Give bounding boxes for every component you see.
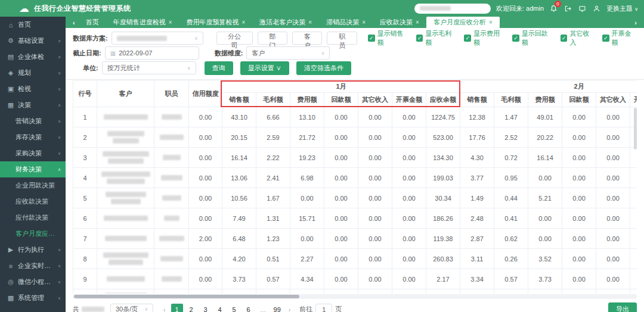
value-cell: 0.00 [528, 229, 562, 249]
chevron-down-icon: ∨ [58, 151, 61, 156]
sidebar-item-微信小程序应用[interactable]: ◎微信小程序应用∨ [0, 274, 66, 290]
sidebar-item-营销决策[interactable]: 营销决策∨ [0, 113, 66, 129]
sidebar-item-财务决策[interactable]: 财务决策∧ [0, 161, 66, 177]
checkbox-显示费用额[interactable]: ✓显示费用额 [464, 29, 505, 47]
sidebar-item-应收款决策[interactable]: 应收款决策 [0, 194, 66, 210]
user-icon[interactable] [592, 4, 601, 13]
sidebar-item-首页[interactable]: ⌂首页 [0, 17, 66, 33]
next-page-icon[interactable]: › [284, 306, 295, 312]
value-cell: 0.00 [562, 127, 596, 148]
col-header-1月-销售额: 销售额 [222, 93, 256, 107]
page-size-select[interactable]: 30条/页 ∨ [110, 304, 153, 312]
row-number-cell: 2 [73, 127, 97, 148]
checkbox-其它收入[interactable]: ✓其它收入 [561, 29, 595, 47]
sidebar-item-采购决策[interactable]: 采购决策∨ [0, 145, 66, 161]
tab-费用年度预算检视[interactable]: 费用年度预算检视× [179, 17, 253, 28]
clear-filters-button[interactable]: 清空筛选条件 [296, 61, 351, 75]
checkbox-显示销售额[interactable]: ✓显示销售额 [368, 29, 409, 47]
tab-年度销售进度检视[interactable]: 年度销售进度检视× [106, 17, 179, 28]
sidebar-item-基础设置[interactable]: ⚙基础设置∨ [0, 33, 66, 49]
sidebar-item-客户月度应收分析[interactable]: 客户月度应收分析 [0, 226, 66, 242]
tab-首页[interactable]: 首页 [79, 17, 106, 28]
scope-button-客户[interactable]: 客户 [292, 32, 322, 45]
tabs-scroll-right-icon[interactable]: › [631, 19, 640, 26]
page-number-2[interactable]: 2 [185, 304, 197, 312]
vertical-scrollbar[interactable] [634, 108, 637, 149]
value-cell: 0.00 [358, 188, 392, 208]
sidebar-item-决策[interactable]: ▦决策∧ [0, 97, 66, 113]
value-cell: 0.00 [596, 269, 630, 289]
tabs-scroll-left-icon[interactable]: ‹ [69, 19, 79, 26]
page-number-5[interactable]: 5 [228, 304, 240, 312]
sidebar-item-行为执行[interactable]: ▶行为执行∨ [0, 242, 66, 258]
horizontal-scrollbar[interactable] [73, 294, 637, 299]
cloud-logo-icon: ☁ [19, 4, 29, 14]
sidebar-item-企业用款决策[interactable]: 企业用款决策 [0, 177, 66, 194]
tab-close-icon[interactable]: × [489, 19, 493, 26]
page-number-3[interactable]: 3 [200, 304, 212, 312]
tab-close-icon[interactable]: × [362, 19, 366, 26]
sidebar-item-应付款决策[interactable]: 应付款决策 [0, 210, 66, 226]
tab-应收款决策[interactable]: 应收款决策× [373, 17, 426, 28]
tab-close-icon[interactable]: × [169, 19, 172, 26]
page-number-4[interactable]: 4 [214, 304, 226, 312]
scope-button-部门[interactable]: 部门 [258, 32, 287, 45]
sidebar-item-label: 采购决策 [16, 149, 55, 158]
tab-激活老客户决策[interactable]: 激活老客户决策× [252, 17, 319, 28]
dimension-select[interactable]: 客户 ∨ [246, 46, 330, 60]
scope-button-职员[interactable]: 职员 [327, 32, 357, 45]
sidebar-item-企业体检[interactable]: ▤企业体检∨ [0, 49, 66, 65]
checkbox-checked-icon[interactable]: ✓ [368, 35, 375, 42]
value-cell: 0.00 [630, 188, 637, 208]
value-cell: 0.00 [324, 107, 358, 127]
checkbox-checked-icon[interactable]: ✓ [512, 35, 519, 42]
theme-switch[interactable]: 更换主题 ∨ [606, 4, 638, 13]
play-icon: ▶ [7, 246, 14, 254]
checkbox-checked-icon[interactable]: ✓ [464, 35, 471, 42]
logout-icon[interactable] [564, 4, 572, 13]
page-number-6[interactable]: 6 [243, 304, 255, 312]
page-number-99[interactable]: 99 [271, 304, 283, 312]
tab-close-icon[interactable]: × [416, 19, 419, 26]
sidebar-item-规划[interactable]: ◈规划∨ [0, 65, 66, 81]
tab-close-icon[interactable]: × [242, 19, 246, 26]
checkbox-显示回款额[interactable]: ✓显示回款额 [512, 29, 553, 47]
bell-icon[interactable]: 0 [549, 4, 558, 13]
deadline-date-input[interactable]: ▦ 2022-09-07 [105, 46, 199, 60]
horizontal-scrollbar-thumb[interactable] [74, 295, 299, 298]
credit-limit-cell [189, 289, 222, 294]
export-button[interactable]: 导出 [608, 302, 637, 312]
checkbox-checked-icon[interactable]: ✓ [561, 35, 568, 42]
prev-page-icon[interactable]: ‹ [159, 306, 170, 312]
sidebar-item-系统管理[interactable]: ▩系统管理∨ [0, 290, 66, 306]
checkbox-checked-icon[interactable]: ✓ [416, 35, 423, 42]
sidebar-item-库存决策[interactable]: 库存决策∨ [0, 129, 66, 145]
checkbox-label: 显示回款额 [522, 29, 553, 47]
sidebar-item-企业实时经营数据[interactable]: ≡企业实时经营数据∨ [0, 258, 66, 274]
query-button[interactable]: 查询 [205, 61, 233, 75]
tab-close-icon[interactable]: × [308, 19, 312, 26]
checkbox-label: 显示毛利额 [425, 29, 457, 47]
value-cell: 0.00 [324, 229, 358, 249]
unit-select[interactable]: 按万元统计 ∨ [102, 61, 196, 74]
credit-limit-cell: 2.00 [189, 229, 222, 249]
checkbox-开票金额[interactable]: ✓开票金额 [602, 29, 637, 47]
db-plan-select[interactable]: ∨ [112, 32, 203, 45]
page-number-1[interactable]: 1 [171, 304, 183, 312]
tab-客户月度应收分析[interactable]: 客户月度应收分析× [426, 17, 500, 28]
goto-page-input[interactable] [315, 304, 332, 312]
scope-button-分公司[interactable]: 分公司 [216, 32, 253, 45]
fullscreen-icon[interactable] [578, 4, 587, 13]
sidebar-item-检视[interactable]: ▣检视∨ [0, 81, 66, 97]
checkbox-显示毛利额[interactable]: ✓显示毛利额 [416, 29, 457, 47]
display-settings-button[interactable]: 显示设置 ∨ [240, 61, 289, 75]
value-cell: 0.00 [392, 249, 426, 269]
checkbox-checked-icon[interactable]: ✓ [602, 35, 609, 42]
tab-滞销品决策[interactable]: 滞销品决策× [319, 17, 373, 28]
value-cell: 0.00 [630, 229, 637, 249]
header-search-input[interactable] [414, 4, 491, 14]
value-cell: 4.30 [460, 148, 494, 168]
chevron-up-icon: ∧ [58, 103, 61, 108]
value-cell: 20.15 [222, 127, 256, 148]
monitor-icon: ▣ [7, 85, 14, 93]
